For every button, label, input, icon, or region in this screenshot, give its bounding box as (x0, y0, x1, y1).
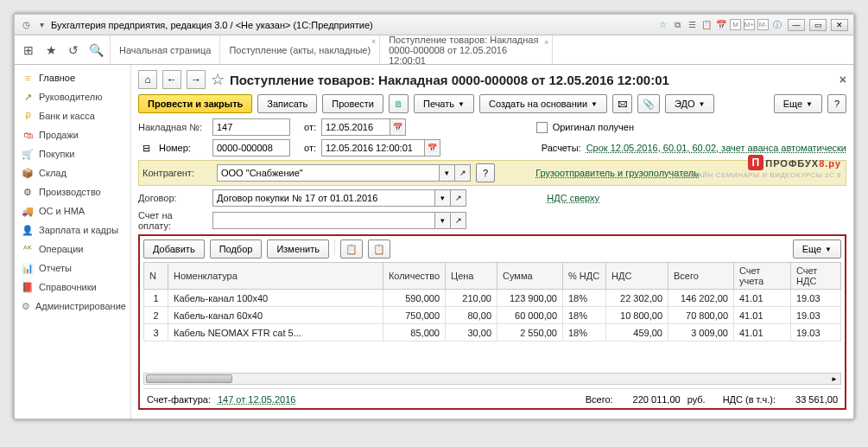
col-total[interactable]: Всего (668, 263, 734, 290)
minimize-button[interactable]: — (788, 19, 805, 31)
help-small-button[interactable]: ? (476, 163, 495, 182)
nav-fwd-button[interactable]: → (187, 70, 206, 89)
col-pct[interactable]: % НДС (563, 263, 606, 290)
tab-list[interactable]: Поступление (акты, накладные)× (220, 35, 380, 64)
h-scrollbar[interactable]: ◄ ► (143, 373, 841, 385)
sf-link[interactable]: 147 от 12.05.2016 (218, 394, 295, 405)
sidebar-icon: ≡ (22, 72, 34, 84)
tab-home[interactable]: Начальная страница (111, 35, 220, 64)
dropdown-icon[interactable]: ▾ (435, 189, 451, 207)
col-nds[interactable]: НДС (606, 263, 668, 290)
dobavit-button[interactable]: Добавить (143, 239, 205, 259)
tool-icon[interactable]: 📋 (700, 19, 713, 31)
close-icon[interactable]: × (371, 37, 376, 46)
contragent-input[interactable]: ООО "Снабжение" (217, 164, 440, 182)
open-icon[interactable]: ↗ (455, 164, 471, 182)
schet-label: Счет на оплату: (138, 210, 207, 231)
sidebar-item[interactable]: ₽Банк и касса (15, 106, 130, 125)
table-row[interactable]: 1Кабель-канал 100х40590,000210,00123 900… (144, 290, 841, 307)
original-checkbox[interactable] (536, 122, 548, 133)
search-icon[interactable]: 🔍 (87, 42, 105, 59)
table-esche-button[interactable]: Еще▼ (793, 239, 841, 259)
goods-table[interactable]: N Номенклатура Количество Цена Сумма % Н… (143, 262, 841, 342)
tab-document[interactable]: Поступление товаров: Накладная 0000-0000… (380, 35, 553, 64)
tool-icon[interactable]: ☆ (656, 19, 668, 31)
izmenit-button[interactable]: Изменить (267, 239, 329, 259)
close-icon[interactable]: × (544, 37, 548, 48)
tool-icon[interactable]: ⧉ (671, 19, 683, 31)
sidebar-item[interactable]: ᴬᴷОперации (15, 239, 130, 259)
sidebar-icon: ᴬᴷ (22, 243, 34, 255)
table-row[interactable]: 2Кабель-канал 60х40750,00080,0060 000,00… (144, 307, 841, 324)
col-accnds[interactable]: Счет НДС (791, 263, 841, 290)
dropdown-icon[interactable]: ▾ (35, 19, 48, 31)
sidebar-item[interactable]: 🛒Покупки (15, 144, 130, 163)
nakladnaya-input[interactable]: 147 (212, 118, 290, 136)
sidebar-item[interactable]: 📕Справочники (15, 278, 130, 297)
close-window-button[interactable]: ✕ (831, 19, 848, 31)
sidebar-item[interactable]: ⚙Производство (15, 182, 130, 201)
col-nom[interactable]: Номенклатура (168, 263, 383, 290)
calendar-icon[interactable]: 📅 (425, 139, 440, 156)
scroll-thumb[interactable] (146, 374, 232, 383)
gruz-link[interactable]: Грузоотправитель и грузополучатель (535, 168, 699, 178)
scroll-right-icon[interactable]: ► (828, 374, 840, 384)
provesti-button[interactable]: Провести (322, 94, 383, 113)
col-qty[interactable]: Количество (383, 263, 445, 290)
dropdown-icon[interactable]: ▾ (440, 164, 455, 182)
attach-button[interactable]: 🖂 (612, 94, 632, 113)
dogovor-input[interactable]: Договор покупки № 17 от 01.01.2016 (212, 189, 435, 207)
tool-icon[interactable]: 📅 (715, 19, 727, 31)
col-n[interactable]: N (144, 263, 168, 290)
history-icon[interactable]: ↺ (65, 42, 82, 59)
contragent-label: Контрагент: (143, 168, 212, 178)
col-price[interactable]: Цена (446, 263, 497, 290)
zapisat-button[interactable]: Записать (257, 94, 317, 113)
favorite-icon[interactable]: ☆ (211, 70, 225, 89)
copy-button[interactable]: 📋 (340, 239, 363, 259)
nomer-date-input[interactable]: 12.05.2016 12:00:01 (321, 139, 425, 156)
calendar-icon[interactable]: 📅 (390, 118, 406, 136)
sidebar-item[interactable]: 🛍Продажи (15, 125, 130, 144)
sozdat-button[interactable]: Создать на основании▼ (479, 94, 607, 113)
nds-link[interactable]: НДС сверху (547, 193, 599, 203)
nav-home-button[interactable]: ⌂ (138, 70, 157, 89)
sidebar-item[interactable]: ≡Главное (15, 68, 130, 87)
sidebar-item[interactable]: ⚙Администрирование (15, 297, 130, 316)
sidebar-item[interactable]: 📊Отчеты (15, 259, 130, 278)
schet-input[interactable] (212, 212, 435, 229)
col-acc[interactable]: Счет учета (734, 263, 791, 290)
esche-button[interactable]: Еще▼ (774, 94, 822, 113)
edo-button[interactable]: ЭДО▼ (665, 94, 714, 113)
sidebar-item[interactable]: 📦Склад (15, 163, 130, 182)
apps-grid-icon[interactable]: ⊞ (20, 42, 37, 59)
maximize-button[interactable]: ▭ (809, 19, 827, 31)
window-title: Бухгалтерия предприятия, редакция 3.0 / … (51, 20, 373, 30)
sidebar-item[interactable]: 🚚ОС и НМА (15, 201, 130, 220)
nakl-date-input[interactable]: 12.05.2016 (321, 118, 390, 136)
help-button[interactable]: ? (827, 94, 846, 113)
star-icon[interactable]: ★ (42, 42, 60, 59)
info-icon[interactable]: ⓘ (771, 19, 783, 31)
close-doc-button[interactable]: × (839, 73, 846, 86)
m-icon[interactable]: M (730, 19, 741, 30)
paste-button[interactable]: 📋 (368, 239, 390, 259)
pechat-button[interactable]: Печать▼ (414, 94, 474, 113)
open-icon[interactable]: ↗ (451, 212, 466, 229)
table-row[interactable]: 3Кабель NEOMAX FTR cat 5...85,00030,002 … (144, 324, 841, 342)
sidebar-item[interactable]: ↗Руководителю (15, 87, 130, 106)
open-icon[interactable]: ↗ (451, 189, 466, 207)
dt-kt-button[interactable]: 🗎 (389, 94, 409, 113)
tool-icon[interactable]: ☰ (686, 19, 698, 31)
nav-back-button[interactable]: ← (162, 70, 181, 89)
m-minus-icon[interactable]: M- (757, 19, 769, 30)
m-plus-icon[interactable]: M+ (744, 19, 755, 30)
sidebar-item[interactable]: 👤Зарплата и кадры (15, 220, 130, 239)
provesti-zakryt-button[interactable]: Провести и закрыть (138, 94, 252, 113)
col-sum[interactable]: Сумма (497, 263, 563, 290)
structure-icon[interactable]: ⊟ (138, 143, 154, 154)
podbor-button[interactable]: Подбор (210, 239, 263, 259)
clip-button[interactable]: 📎 (637, 94, 660, 113)
nomer-input[interactable]: 0000-000008 (212, 139, 290, 156)
dropdown-icon[interactable]: ▾ (435, 212, 451, 229)
